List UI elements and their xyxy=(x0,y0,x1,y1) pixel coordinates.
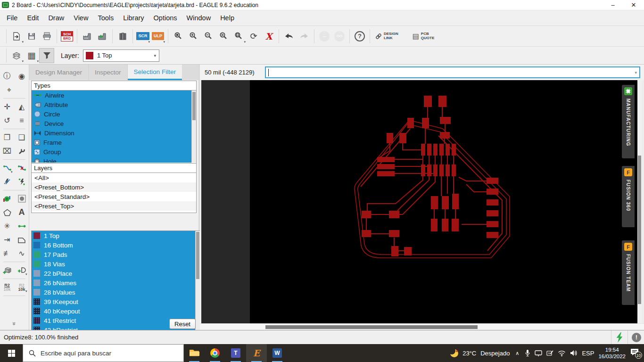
mark-tool[interactable]: ⇥ xyxy=(1,234,13,246)
taskbar-teams[interactable]: T xyxy=(225,344,246,362)
swap-layers-icon[interactable]: X xyxy=(261,29,276,44)
polygon-tool[interactable] xyxy=(1,206,13,218)
select-tool[interactable]: ⌖ xyxy=(3,84,15,96)
layer-settings-button[interactable]: ▾ xyxy=(9,48,24,63)
tab-manufacturing[interactable]: MANUFACTURING xyxy=(622,85,635,158)
copy-tool[interactable]: ❐ xyxy=(1,132,13,143)
menu-tools[interactable]: Tools xyxy=(93,14,118,22)
layer-row-16-bottom[interactable]: 16 Bottom xyxy=(32,240,195,250)
scrollbar-thumb[interactable] xyxy=(192,92,196,120)
layer-row-39-tkeepout[interactable]: 39 tKeepout xyxy=(32,297,195,306)
pen-input-icon[interactable] xyxy=(546,350,553,356)
scrollbar-thumb[interactable] xyxy=(196,232,199,279)
type-row-dimension[interactable]: Dimension xyxy=(32,128,191,138)
grid-button[interactable]: ▦ ▾ xyxy=(24,48,39,63)
layer-row-26-bnames[interactable]: 26 bNames xyxy=(32,278,195,288)
menu-library[interactable]: Library xyxy=(118,14,149,22)
tab-selection-filter[interactable]: Selection Filter xyxy=(128,65,182,80)
menu-help[interactable]: Help xyxy=(215,14,239,22)
show-tool[interactable]: ◉ xyxy=(16,70,28,82)
command-input[interactable]: ▾ xyxy=(265,66,640,78)
split-tool[interactable]: ≢ xyxy=(1,247,13,259)
miter-tool[interactable] xyxy=(16,234,28,246)
change-tool[interactable] xyxy=(16,145,28,157)
pcb-quote-button[interactable]: ▤ PCBQUOTE xyxy=(410,29,438,44)
name-attribute-tool[interactable]: R210k xyxy=(1,281,13,293)
value-attribute-tool[interactable]: R210k ▾ xyxy=(16,281,28,293)
via-tool[interactable] xyxy=(1,193,13,205)
mirror-tool[interactable]: ◭ xyxy=(16,101,28,113)
undo-button[interactable] xyxy=(281,29,297,44)
layers-scrollbar[interactable] xyxy=(195,231,200,335)
tab-inspector[interactable]: Inspector xyxy=(89,65,128,80)
cam-processor-button[interactable] xyxy=(80,29,95,44)
type-row-hole[interactable]: Hole xyxy=(32,156,191,163)
errors-icon[interactable]: ! xyxy=(632,333,641,342)
menu-file[interactable]: File xyxy=(2,14,22,22)
info-tool[interactable]: ⓘ xyxy=(1,70,13,82)
type-row-frame[interactable]: Frame xyxy=(32,138,191,147)
zoom-fit-button[interactable] xyxy=(171,29,186,44)
microphone-icon[interactable] xyxy=(525,349,530,357)
delete-tool[interactable]: ⌧ xyxy=(1,145,13,157)
tray-expand-icon[interactable]: ∧ xyxy=(515,350,519,356)
language-indicator[interactable]: ESP xyxy=(582,350,594,357)
menu-window[interactable]: Window xyxy=(182,14,216,22)
layer-row-1-top[interactable]: 1 Top xyxy=(32,231,195,240)
weather-condition[interactable]: Despejado xyxy=(480,350,510,357)
preset-bottom[interactable]: <Preset_Bottom> xyxy=(32,182,196,192)
ripup-tool[interactable] xyxy=(16,162,28,174)
minimize-button[interactable]: – xyxy=(603,0,623,10)
tab-design-manager[interactable]: Design Manager xyxy=(29,65,89,80)
start-button[interactable] xyxy=(0,344,23,362)
meander-tool[interactable]: ∿ xyxy=(16,247,28,259)
preset-all[interactable]: <All> xyxy=(32,173,196,182)
type-row-circle[interactable]: Circle xyxy=(32,109,191,119)
layer-row-17-pads[interactable]: 17 Pads xyxy=(32,250,195,259)
layer-row-40-bkeepout[interactable]: 40 bKeepout xyxy=(32,306,195,316)
airwire-tool[interactable] xyxy=(16,220,28,232)
tab-fusion-team[interactable]: F FUSION TEAM xyxy=(622,240,635,305)
name-tool[interactable]: ≡ xyxy=(16,115,28,126)
circle-tool[interactable] xyxy=(16,193,28,205)
notification-center[interactable]: 10 xyxy=(630,348,641,358)
reset-button[interactable]: Reset xyxy=(169,319,196,329)
save-button[interactable] xyxy=(24,29,39,44)
layer-row-18-vias[interactable]: 18 Vias xyxy=(32,259,195,269)
type-row-airwire[interactable]: Airwire xyxy=(32,90,191,100)
cam-import-button[interactable] xyxy=(95,29,110,44)
split-signal-tool[interactable] xyxy=(1,176,13,188)
taskbar-word[interactable]: W xyxy=(267,344,288,362)
menu-draw[interactable]: Draw xyxy=(43,14,69,22)
go-button[interactable]: GO xyxy=(332,29,347,44)
menu-options[interactable]: Options xyxy=(149,14,182,22)
new-file-button[interactable]: ▾ xyxy=(9,29,24,44)
horizontal-scrollbar[interactable] xyxy=(200,323,644,330)
redo-button[interactable] xyxy=(297,29,312,44)
cast-screen-icon[interactable] xyxy=(535,350,542,356)
preset-standard[interactable]: <Preset_Standard> xyxy=(32,192,196,201)
taskbar-search[interactable]: Escribe aquí para buscar xyxy=(23,344,184,362)
zoom-out-button[interactable] xyxy=(201,29,216,44)
clock[interactable]: 19:54 16/03/2022 xyxy=(598,346,626,360)
run-script-button[interactable]: SCR ▾ xyxy=(135,29,150,44)
zoom-redraw-button[interactable]: ▾ xyxy=(231,29,246,44)
paste-tool[interactable]: ❑ xyxy=(16,132,28,143)
text-tool[interactable]: A xyxy=(16,206,28,218)
types-scrollbar[interactable] xyxy=(191,90,196,163)
move-tool[interactable]: ✛ xyxy=(1,101,13,113)
vertical-scrollbar[interactable] xyxy=(637,80,642,323)
preset-top[interactable]: <Preset_Top> xyxy=(32,201,196,211)
scrollbar-thumb[interactable] xyxy=(638,156,641,304)
board-canvas[interactable]: MANUFACTURING F FUSION 360 F FUSION TEAM xyxy=(200,80,644,323)
speaker-icon[interactable] xyxy=(570,350,578,356)
add-package-tool[interactable] xyxy=(1,264,13,276)
route-tool[interactable]: ▾ xyxy=(1,162,13,174)
pcb-layout[interactable] xyxy=(201,80,624,323)
type-row-device[interactable]: Device xyxy=(32,119,191,128)
rotate-tool[interactable]: ↺ xyxy=(1,115,13,126)
taskbar-chrome[interactable] xyxy=(205,344,225,362)
temperature[interactable]: 23°C xyxy=(462,350,476,357)
menu-edit[interactable]: Edit xyxy=(22,14,43,22)
stop-button[interactable]: – xyxy=(317,29,332,44)
